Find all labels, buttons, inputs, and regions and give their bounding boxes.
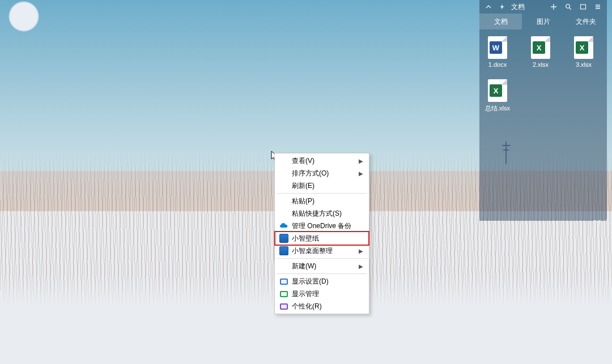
onedrive-icon [279, 221, 288, 230]
excel-file-icon: X [531, 36, 550, 59]
add-button[interactable] [549, 2, 558, 11]
excel-file-icon: X [488, 79, 507, 102]
wallpaper-app-icon [279, 234, 288, 243]
menu-display-settings[interactable]: 显示设置(D) [276, 275, 368, 288]
menu-refresh-label: 刷新(E) [292, 181, 314, 191]
highlight-box [274, 231, 369, 246]
menu-separator [277, 258, 367, 259]
documents-fence-panel: 文档 文档 图片 文件夹 W 1.docx X 2. [479, 0, 607, 221]
submenu-arrow-icon: ▶ [359, 248, 363, 254]
menu-paste-label: 粘贴(P) [292, 196, 314, 206]
menu-personalize-label: 个性化(R) [292, 302, 322, 311]
menu-paste[interactable]: 粘贴(P) [276, 195, 368, 207]
panel-tabs: 文档 图片 文件夹 [479, 14, 607, 29]
menu-new-label: 新建(W) [292, 262, 316, 271]
window-button[interactable] [579, 2, 588, 11]
display-settings-icon [279, 277, 288, 286]
menu-wallpaper-label: 小智壁纸 [292, 234, 319, 243]
word-file-icon: W [488, 36, 507, 59]
menu-paste-shortcut-label: 粘贴快捷方式(S) [292, 209, 342, 219]
menu-sort-label: 排序方式(O) [292, 169, 329, 178]
personalize-icon [279, 302, 288, 311]
menu-display-settings-label: 显示设置(D) [292, 277, 329, 286]
excel-file-icon: X [574, 36, 593, 59]
pin-icon[interactable] [498, 2, 507, 11]
menu-separator [277, 273, 367, 274]
svg-point-0 [566, 5, 570, 8]
collapse-icon[interactable] [484, 2, 493, 11]
menu-personalize[interactable]: 个性化(R) [276, 300, 368, 312]
menu-button[interactable] [593, 2, 602, 11]
menu-onedrive-backup[interactable]: 管理 OneDrive 备份 [276, 220, 368, 232]
desktop-context-menu: 查看(V) ▶ 排序方式(O) ▶ 刷新(E) 粘贴(P) 粘贴快捷方式(S) … [274, 153, 369, 314]
menu-onedrive-label: 管理 OneDrive 备份 [292, 221, 351, 231]
file-item[interactable]: X 3.xlsx [569, 36, 598, 68]
submenu-arrow-icon: ▶ [359, 158, 363, 164]
panel-titlebar[interactable]: 文档 [479, 0, 607, 14]
file-label: 1.docx [488, 61, 507, 68]
tab-images[interactable]: 图片 [522, 14, 564, 29]
submenu-arrow-icon: ▶ [359, 263, 363, 269]
menu-xiaozhi-desktop[interactable]: 小智桌面整理 ▶ [276, 245, 368, 257]
file-label: 3.xlsx [576, 61, 592, 68]
tab-documents-label: 文档 [494, 17, 508, 27]
menu-desktop-arrange-label: 小智桌面整理 [292, 246, 333, 256]
search-button[interactable] [564, 2, 573, 11]
menu-xiaozhi-wallpaper[interactable]: 小智壁纸 [276, 232, 368, 245]
file-grid: W 1.docx X 2.xlsx X 3.xlsx X 总结.xlsx [479, 29, 607, 119]
menu-view[interactable]: 查看(V) ▶ [276, 155, 368, 167]
submenu-arrow-icon: ▶ [359, 170, 363, 177]
file-label: 总结.xlsx [485, 104, 510, 113]
menu-display-manage-label: 显示管理 [292, 289, 319, 299]
menu-view-label: 查看(V) [292, 156, 314, 166]
menu-display-manage[interactable]: 显示管理 [276, 288, 368, 300]
tab-documents[interactable]: 文档 [479, 14, 522, 29]
file-label: 2.xlsx [533, 61, 549, 68]
panel-title: 文档 [511, 2, 525, 12]
menu-sort[interactable]: 排序方式(O) ▶ [276, 167, 368, 179]
menu-separator [277, 193, 367, 194]
tab-folders[interactable]: 文件夹 [564, 14, 607, 29]
file-item[interactable]: X 2.xlsx [526, 36, 555, 68]
menu-new[interactable]: 新建(W) ▶ [276, 260, 368, 272]
file-item[interactable]: X 总结.xlsx [483, 79, 512, 113]
file-item[interactable]: W 1.docx [483, 36, 512, 68]
tab-images-label: 图片 [537, 17, 550, 27]
desktop-organizer-icon [279, 246, 288, 255]
edge-handle[interactable]: ▮▮ ☰ [593, 219, 612, 226]
tab-folders-label: 文件夹 [576, 17, 596, 27]
svg-rect-1 [581, 5, 586, 9]
menu-paste-shortcut[interactable]: 粘贴快捷方式(S) [276, 207, 368, 220]
menu-refresh[interactable]: 刷新(E) [276, 179, 368, 192]
display-manage-icon [279, 289, 288, 298]
